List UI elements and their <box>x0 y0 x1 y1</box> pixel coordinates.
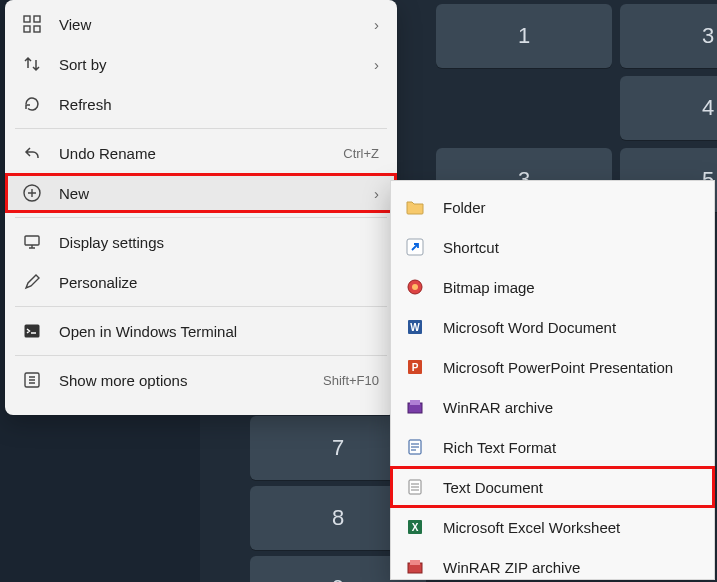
submenu-item-winrar-zip[interactable]: WinRAR ZIP archive <box>391 547 714 582</box>
svg-rect-16 <box>410 400 420 405</box>
menu-item-label: Sort by <box>59 56 353 73</box>
menu-item-new[interactable]: New › <box>5 173 397 213</box>
menu-item-view[interactable]: View › <box>5 4 397 44</box>
keypad-key[interactable]: 1 <box>436 4 612 68</box>
svg-rect-2 <box>24 26 30 32</box>
submenu-item-label: Text Document <box>443 479 543 496</box>
svg-rect-5 <box>25 236 39 245</box>
menu-item-label: Personalize <box>59 274 379 291</box>
bitmap-icon <box>405 277 425 297</box>
submenu-item-text-document[interactable]: Text Document <box>391 467 714 507</box>
text-document-icon <box>405 477 425 497</box>
submenu-item-powerpoint[interactable]: P Microsoft PowerPoint Presentation <box>391 347 714 387</box>
submenu-item-rtf[interactable]: Rich Text Format <box>391 427 714 467</box>
keypad-key-label: 8 <box>332 505 344 531</box>
submenu-item-bitmap[interactable]: Bitmap image <box>391 267 714 307</box>
folder-icon <box>405 197 425 217</box>
menu-separator <box>15 306 387 307</box>
keypad-key-label: 7 <box>332 435 344 461</box>
menu-item-accelerator: Ctrl+Z <box>343 146 379 161</box>
submenu-item-label: Bitmap image <box>443 279 535 296</box>
display-icon <box>21 231 43 253</box>
more-options-icon <box>21 369 43 391</box>
keypad-key-label: 9 <box>332 575 344 582</box>
desktop-context-menu: View › Sort by › Refresh <box>5 0 397 415</box>
submenu-item-label: Microsoft Excel Worksheet <box>443 519 620 536</box>
menu-item-accelerator: Shift+F10 <box>323 373 379 388</box>
submenu-item-folder[interactable]: Folder <box>391 187 714 227</box>
terminal-icon <box>21 320 43 342</box>
new-icon <box>21 182 43 204</box>
svg-text:W: W <box>410 322 420 333</box>
chevron-right-icon: › <box>361 16 379 33</box>
undo-icon <box>21 142 43 164</box>
submenu-item-excel[interactable]: X Microsoft Excel Worksheet <box>391 507 714 547</box>
submenu-item-shortcut[interactable]: Shortcut <box>391 227 714 267</box>
svg-rect-3 <box>34 26 40 32</box>
menu-separator <box>15 217 387 218</box>
refresh-icon <box>21 93 43 115</box>
new-submenu: Folder Shortcut Bitmap image W Microsoft… <box>390 180 715 580</box>
winrar-zip-icon <box>405 557 425 577</box>
keypad-key-label: 1 <box>518 23 530 49</box>
submenu-item-label: Folder <box>443 199 486 216</box>
svg-text:P: P <box>412 362 419 373</box>
keypad-key-label: 4 <box>702 95 714 121</box>
powerpoint-icon: P <box>405 357 425 377</box>
menu-separator <box>15 128 387 129</box>
submenu-item-label: Microsoft PowerPoint Presentation <box>443 359 673 376</box>
menu-item-label: View <box>59 16 353 33</box>
submenu-item-word[interactable]: W Microsoft Word Document <box>391 307 714 347</box>
submenu-item-label: WinRAR archive <box>443 399 553 416</box>
submenu-item-winrar[interactable]: WinRAR archive <box>391 387 714 427</box>
chevron-right-icon: › <box>361 56 379 73</box>
svg-rect-1 <box>34 16 40 22</box>
menu-item-label: Show more options <box>59 372 315 389</box>
menu-item-label: New <box>59 185 353 202</box>
keypad-key[interactable]: 4 <box>620 76 717 140</box>
view-icon <box>21 13 43 35</box>
viewport: 1 3 4 3 5 0 7 8 9 View › Sor <box>0 0 717 582</box>
keypad-key-label: 3 <box>702 23 714 49</box>
sort-icon <box>21 53 43 75</box>
shortcut-icon <box>405 237 425 257</box>
rtf-icon <box>405 437 425 457</box>
excel-icon: X <box>405 517 425 537</box>
menu-item-label: Undo Rename <box>59 145 335 162</box>
personalize-icon <box>21 271 43 293</box>
menu-item-personalize[interactable]: Personalize <box>5 262 397 302</box>
menu-item-label: Refresh <box>59 96 379 113</box>
keypad-key[interactable]: 3 <box>620 4 717 68</box>
submenu-item-label: WinRAR ZIP archive <box>443 559 580 576</box>
svg-point-10 <box>412 284 418 290</box>
svg-text:X: X <box>412 522 419 533</box>
menu-separator <box>15 355 387 356</box>
menu-item-show-more-options[interactable]: Show more options Shift+F10 <box>5 360 397 400</box>
winrar-icon <box>405 397 425 417</box>
menu-item-label: Display settings <box>59 234 379 251</box>
submenu-item-label: Shortcut <box>443 239 499 256</box>
word-icon: W <box>405 317 425 337</box>
menu-item-sort-by[interactable]: Sort by › <box>5 44 397 84</box>
submenu-item-label: Rich Text Format <box>443 439 556 456</box>
submenu-item-label: Microsoft Word Document <box>443 319 616 336</box>
menu-item-display-settings[interactable]: Display settings <box>5 222 397 262</box>
menu-item-undo-rename[interactable]: Undo Rename Ctrl+Z <box>5 133 397 173</box>
menu-item-refresh[interactable]: Refresh <box>5 84 397 124</box>
svg-rect-22 <box>410 560 420 565</box>
menu-item-open-terminal[interactable]: Open in Windows Terminal <box>5 311 397 351</box>
chevron-right-icon: › <box>361 185 379 202</box>
svg-rect-0 <box>24 16 30 22</box>
menu-item-label: Open in Windows Terminal <box>59 323 379 340</box>
svg-rect-6 <box>25 325 40 338</box>
